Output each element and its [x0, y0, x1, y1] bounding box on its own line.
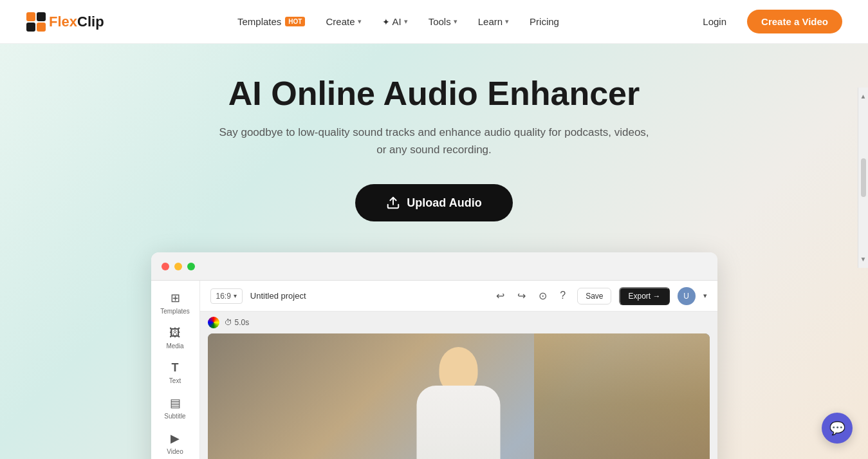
redo-button[interactable]: ↪ — [513, 287, 530, 304]
mockup-sidebar: ⊞ Templates 🖼 Media T Text ▤ Subtitle ▶ — [151, 281, 200, 459]
canvas-duration: ⏱ 5.0s — [225, 318, 250, 327]
ai-sparkle-icon: ✦ — [382, 17, 390, 27]
nav-item-tools[interactable]: Tools ▾ — [421, 11, 465, 32]
canvas-area: ⏱ 5.0s — [200, 312, 717, 459]
chevron-down-icon: ▾ — [703, 292, 707, 300]
upload-audio-button[interactable]: Upload Audio — [355, 184, 512, 221]
save-button[interactable]: Save — [577, 288, 611, 304]
help-button[interactable]: ? — [556, 287, 569, 304]
hero-subtitle: Say goodbye to low-quality sound tracks … — [216, 124, 653, 158]
nav-item-learn[interactable]: Learn ▾ — [470, 11, 517, 32]
hero-section: AI Online Audio Enhancer Say goodbye to … — [0, 44, 868, 459]
chevron-down-icon: ▾ — [505, 17, 509, 26]
app-mockup: ⊞ Templates 🖼 Media T Text ▤ Subtitle ▶ — [151, 252, 717, 459]
mockup-body: ⊞ Templates 🖼 Media T Text ▤ Subtitle ▶ — [151, 281, 717, 459]
nav-item-create[interactable]: Create ▾ — [318, 11, 369, 32]
nav-item-ai[interactable]: ✦ AI ▾ — [374, 11, 416, 32]
chat-icon: 💬 — [829, 420, 845, 436]
chevron-down-icon: ▾ — [358, 17, 362, 26]
mockup-main: 16:9 ▾ Untitled project ↩ ↪ ⊙ ? Save Exp… — [200, 281, 717, 459]
chevron-down-icon: ▾ — [234, 292, 237, 299]
logo-clip-text: Clip — [77, 14, 104, 30]
navbar: FlexClip Templates HOT Create ▾ ✦ AI ▾ T… — [0, 0, 868, 44]
subtitle-icon: ▤ — [170, 396, 181, 410]
undo-button[interactable]: ↩ — [492, 287, 508, 304]
svg-rect-1 — [37, 12, 46, 21]
chevron-down-icon: ▾ — [404, 17, 408, 26]
aspect-ratio-selector[interactable]: 16:9 ▾ — [210, 288, 243, 304]
hero-title: AI Online Audio Enhancer — [228, 75, 640, 113]
export-button[interactable]: Export → — [619, 287, 669, 305]
canvas-meta: ⏱ 5.0s — [208, 317, 710, 328]
chat-bubble-button[interactable]: 💬 — [822, 413, 853, 444]
chevron-down-icon: ▾ — [454, 17, 457, 26]
scroll-thumb[interactable] — [861, 158, 866, 197]
svg-rect-3 — [37, 23, 46, 32]
mockup-titlebar — [151, 252, 717, 281]
sidebar-item-templates[interactable]: ⊞ Templates — [151, 286, 199, 320]
logo-flex-text: Flex — [49, 14, 77, 30]
window-minimize-dot — [174, 263, 182, 270]
logo-icon — [26, 12, 46, 32]
create-video-button[interactable]: Create a Video — [747, 10, 842, 33]
scroll-down-arrow[interactable]: ▼ — [860, 256, 867, 263]
sidebar-item-text[interactable]: T Text — [151, 356, 199, 389]
crop-button[interactable]: ⊙ — [535, 287, 551, 304]
nav-item-templates[interactable]: Templates HOT — [230, 11, 313, 32]
svg-rect-0 — [26, 12, 35, 21]
scrollbar[interactable]: ▲ ▼ — [858, 88, 868, 268]
nav-item-pricing[interactable]: Pricing — [522, 11, 567, 32]
sidebar-item-video[interactable]: ▶ Video — [151, 426, 199, 459]
project-title[interactable]: Untitled project — [250, 291, 306, 301]
svg-rect-2 — [26, 23, 35, 32]
sidebar-item-media[interactable]: 🖼 Media — [151, 321, 199, 355]
scroll-up-arrow[interactable]: ▲ — [860, 93, 867, 100]
media-icon: 🖼 — [169, 326, 181, 340]
login-button[interactable]: Login — [692, 11, 737, 32]
logo[interactable]: FlexClip — [26, 12, 104, 32]
canvas-preview — [208, 333, 710, 459]
window-close-dot — [162, 263, 169, 270]
video-icon: ▶ — [171, 431, 180, 445]
text-icon: T — [172, 361, 179, 375]
user-avatar[interactable]: U — [678, 287, 696, 305]
upload-icon — [386, 196, 400, 210]
window-maximize-dot — [187, 263, 195, 270]
undo-redo-group: ↩ ↪ ⊙ ? — [492, 287, 569, 304]
nav-right: Login Create a Video — [692, 10, 842, 33]
clock-icon: ⏱ — [225, 318, 232, 327]
color-wheel-icon — [208, 317, 219, 328]
mockup-toolbar: 16:9 ▾ Untitled project ↩ ↪ ⊙ ? Save Exp… — [200, 281, 717, 312]
templates-icon: ⊞ — [171, 291, 180, 305]
nav-links: Templates HOT Create ▾ ✦ AI ▾ Tools ▾ Le… — [230, 11, 567, 32]
sidebar-item-subtitle[interactable]: ▤ Subtitle — [151, 391, 199, 425]
hot-badge: HOT — [285, 17, 305, 26]
